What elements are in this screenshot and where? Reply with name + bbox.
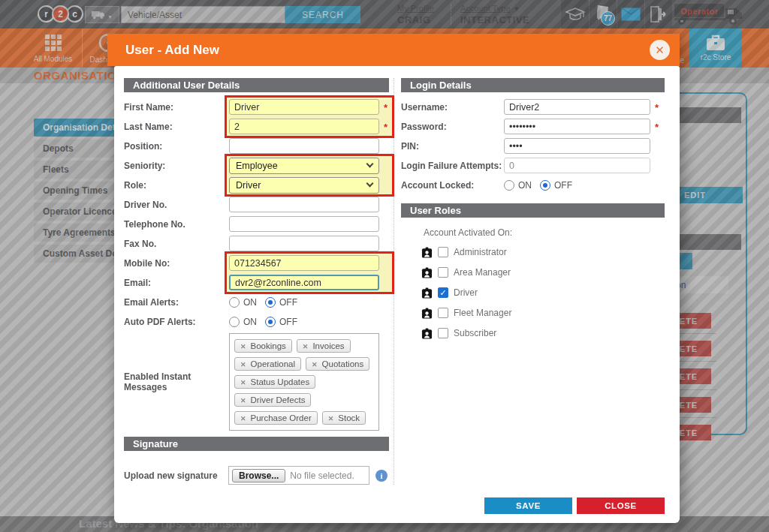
auto-pdf-off-radio[interactable] [265, 317, 276, 327]
logout-button[interactable] [644, 0, 672, 29]
account-type-link[interactable]: Account Type [460, 4, 510, 13]
login-failure-attempts-field [504, 158, 650, 173]
section-header-roles: User Roles [401, 203, 665, 218]
auto-pdf-alerts-label: Auto PDF Alerts: [124, 317, 229, 327]
password-field[interactable] [504, 119, 650, 134]
administrator-checkbox[interactable] [438, 247, 448, 257]
required-marker [379, 101, 388, 114]
auto-pdf-on-radio[interactable] [229, 317, 240, 327]
tag-bookings[interactable]: Bookings [234, 339, 292, 353]
save-button[interactable]: SAVE [484, 497, 572, 514]
divider [676, 417, 716, 418]
role-row-driver: Driver [421, 287, 665, 299]
messages-button[interactable] [617, 0, 644, 29]
instant-messages-label: Enabled Instant Messages [124, 371, 229, 392]
tag-label: Purchase Order [251, 413, 312, 422]
driver-checkbox[interactable] [438, 287, 448, 298]
remove-tag-icon[interactable] [240, 377, 246, 386]
remove-tag-icon[interactable] [328, 413, 334, 422]
achievements-button[interactable]: 77 [589, 0, 617, 29]
top-bar: r 2 c SEARCH My Profile CRAIG Account Ty… [0, 0, 769, 29]
first-name-field[interactable] [229, 99, 379, 115]
remove-tag-icon[interactable] [303, 341, 309, 350]
role-row-subscriber: Subscriber [421, 327, 665, 339]
nav-all-modules[interactable]: All Modules [24, 29, 83, 68]
browse-button[interactable]: Browse... [232, 469, 285, 482]
store-icon [706, 35, 725, 51]
fax-no-field[interactable] [229, 236, 379, 251]
email-field[interactable] [229, 275, 379, 290]
nav-r2c-store[interactable]: r2c Store [689, 29, 742, 68]
fleet-manager-checkbox[interactable] [438, 308, 448, 318]
tag-label: Quotations [322, 359, 364, 368]
account-locked-radio-group: ON OFF [504, 180, 577, 191]
person-badge-icon [421, 308, 433, 319]
close-icon[interactable] [650, 40, 670, 60]
chevron-down-icon [366, 161, 374, 168]
email-label: Email: [124, 278, 229, 288]
role-label: Driver [454, 287, 478, 298]
tag-label: Bookings [251, 341, 286, 350]
tag-operational[interactable]: Operational [234, 357, 301, 371]
account-locked-on-radio[interactable] [504, 180, 514, 191]
telephone-no-field[interactable] [229, 216, 379, 232]
position-field[interactable] [229, 138, 379, 154]
search-button[interactable]: SEARCH [285, 6, 360, 23]
topbar-icons: 77 [561, 0, 672, 29]
training-button[interactable] [561, 0, 589, 29]
section-header-additional: Additional User Details [124, 78, 389, 92]
role-select[interactable]: Driver [229, 177, 379, 194]
last-name-label: Last Name: [124, 122, 229, 132]
tag-label: Invoices [312, 341, 344, 350]
email-alerts-off-radio[interactable] [265, 297, 276, 308]
tag-purchase-order[interactable]: Purchase Order [234, 411, 318, 425]
area-manager-checkbox[interactable] [438, 267, 448, 278]
driver-no-field[interactable] [229, 197, 379, 212]
operator-label: Operator [680, 7, 718, 16]
telephone-no-label: Telephone No. [124, 219, 229, 230]
remove-tag-icon[interactable] [240, 359, 246, 368]
vehicle-type-selector[interactable] [85, 6, 119, 23]
signature-file-input[interactable]: Browse... No file selected. [228, 466, 369, 485]
tag-invoices[interactable]: Invoices [297, 339, 351, 353]
my-profile-block: My Profile CRAIG [397, 4, 434, 26]
email-alerts-on-radio[interactable] [229, 297, 240, 308]
mail-icon [621, 8, 641, 21]
logo-letter: 2 [52, 5, 69, 23]
search-input[interactable] [121, 6, 285, 23]
radio-off-label: OFF [279, 317, 297, 327]
tag-stock[interactable]: Stock [322, 411, 366, 425]
account-type-block: Account Type INTERACTIVE [451, 4, 529, 26]
remove-tag-icon[interactable] [240, 341, 246, 350]
email-alerts-label: Email Alerts: [124, 297, 229, 308]
person-badge-icon [421, 247, 433, 258]
close-button[interactable]: CLOSE [577, 497, 665, 514]
tag-label: Driver Defects [251, 395, 306, 404]
remove-tag-icon[interactable] [312, 359, 318, 368]
notification-badge: 77 [601, 11, 615, 26]
pin-field[interactable] [504, 138, 650, 154]
my-profile-link[interactable]: My Profile [397, 4, 434, 13]
role-row-fleet-manager: Fleet Manager [421, 307, 665, 319]
tag-driver-defects[interactable]: Driver Defects [234, 393, 311, 407]
subscriber-checkbox[interactable] [438, 328, 448, 338]
section-header-signature: Signature [124, 437, 389, 451]
pin-label: PIN: [401, 141, 504, 152]
dialog-body: Additional User Details First Name: Last… [114, 66, 680, 523]
dropdown-arrow-icon [510, 4, 520, 13]
info-icon[interactable] [375, 470, 388, 482]
tag-status-updates[interactable]: Status Updates [234, 375, 315, 389]
logout-icon [649, 5, 668, 23]
seniority-select[interactable]: Employee [229, 158, 379, 174]
last-name-field[interactable] [229, 119, 379, 134]
mobile-no-field[interactable] [229, 255, 379, 271]
seniority-label: Seniority: [124, 161, 229, 171]
divider [676, 389, 716, 390]
remove-tag-icon[interactable] [240, 413, 246, 422]
remove-tag-icon[interactable] [240, 395, 246, 404]
account-locked-off-radio[interactable] [540, 180, 550, 191]
username-field[interactable] [504, 99, 650, 115]
upload-signature-label: Upload new signature [124, 470, 228, 481]
account-type-value: INTERACTIVE [460, 14, 529, 26]
tag-quotations[interactable]: Quotations [306, 357, 369, 371]
